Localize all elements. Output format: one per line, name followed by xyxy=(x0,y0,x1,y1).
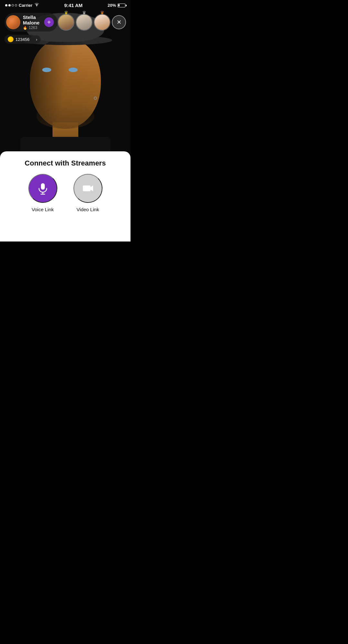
voice-link-wrapper: Voice Link xyxy=(28,174,57,212)
dot-2 xyxy=(8,4,11,6)
fire-icon: 🔥 xyxy=(23,26,27,30)
status-bar: Carrier 9:41 AM 20% xyxy=(0,0,130,9)
voice-link-label: Voice Link xyxy=(32,207,53,212)
eye-left xyxy=(42,68,51,72)
eye-right xyxy=(69,68,78,72)
rank-3-avatar: ♛ xyxy=(94,14,111,31)
close-button[interactable]: ✕ xyxy=(112,15,126,29)
user-name: Stella Malone xyxy=(23,14,42,25)
top-avatars: ♛ ♛ ♛ ✕ xyxy=(58,14,126,31)
signal-dots xyxy=(5,4,17,6)
battery-icon xyxy=(118,4,125,7)
video-link-label: Video Link xyxy=(77,207,99,212)
user-info: Stella Malone 🔥 1263 xyxy=(23,14,42,30)
user-row: Stella Malone 🔥 1263 + ♛ ♛ xyxy=(5,13,126,32)
gold-crown-icon: ♛ xyxy=(64,10,68,15)
earring xyxy=(94,97,97,100)
coins-row: 123456 › xyxy=(5,35,126,44)
microphone-icon xyxy=(36,182,49,195)
coins-badge: 123456 xyxy=(5,35,33,44)
time-display: 9:41 AM xyxy=(64,3,82,8)
rank-2-avatar: ♛ xyxy=(76,14,92,31)
battery-percent: 20% xyxy=(108,3,116,8)
carrier-label: Carrier xyxy=(19,3,33,8)
orange-crown-icon: ♛ xyxy=(100,10,104,15)
dot-3 xyxy=(12,4,14,6)
video-link-button[interactable] xyxy=(73,174,102,203)
user-score: 🔥 1263 xyxy=(23,25,42,30)
wifi-icon xyxy=(34,3,39,8)
bottom-section: Connect with Streamers Voice Link Video xyxy=(0,151,130,242)
score-value: 1263 xyxy=(29,25,37,30)
user-avatar-img xyxy=(6,15,20,29)
avatar-face-3 xyxy=(94,14,110,30)
camera-icon xyxy=(82,182,94,195)
add-button[interactable]: + xyxy=(44,17,54,27)
dot-1 xyxy=(5,4,7,6)
connect-buttons: Voice Link Video Link xyxy=(13,174,118,212)
silver-crown-icon: ♛ xyxy=(82,10,86,15)
coin-icon xyxy=(8,36,14,42)
rank-3-img xyxy=(94,14,111,31)
rank-1-img xyxy=(58,14,74,31)
svg-rect-0 xyxy=(41,183,45,190)
beard-area xyxy=(36,103,94,129)
status-right: 20% xyxy=(108,3,125,8)
avatar-face-2 xyxy=(76,14,92,30)
user-card: Stella Malone 🔥 1263 + xyxy=(5,13,58,32)
coins-value: 123456 xyxy=(15,37,29,42)
top-overlay: Stella Malone 🔥 1263 + ♛ ♛ xyxy=(0,10,130,46)
avatar-face-1 xyxy=(58,14,74,30)
rank-2-img xyxy=(76,14,92,31)
rank-1-avatar: ♛ xyxy=(58,14,74,31)
coins-arrow-button[interactable]: › xyxy=(33,35,40,43)
status-left: Carrier xyxy=(5,3,39,8)
user-avatar xyxy=(6,15,20,29)
voice-link-button[interactable] xyxy=(28,174,57,203)
connect-title: Connect with Streamers xyxy=(25,159,106,167)
svg-rect-3 xyxy=(83,185,91,191)
dot-4 xyxy=(15,4,17,6)
video-link-wrapper: Video Link xyxy=(73,174,102,212)
